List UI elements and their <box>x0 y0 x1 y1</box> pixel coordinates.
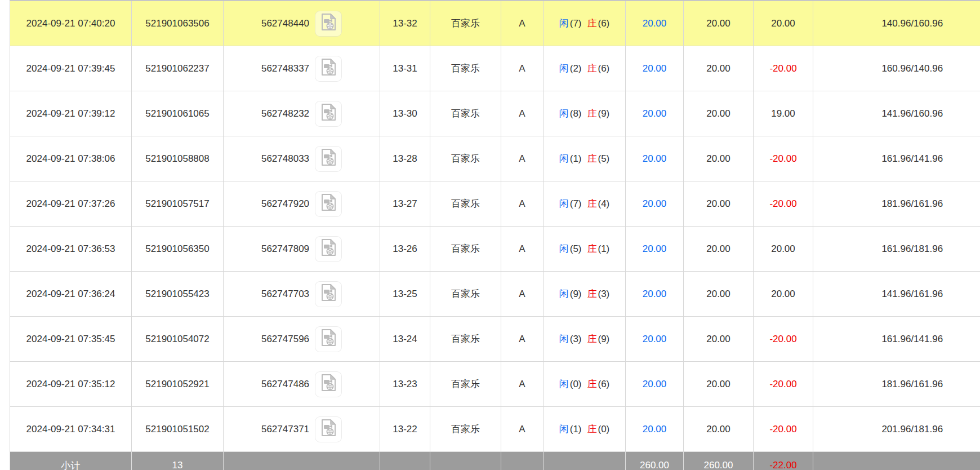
subtotal-win-loss-total: -22.00 <box>754 452 813 470</box>
record-row[interactable]: 2024-09-21 07:36:24 521901055423 5627477… <box>10 272 980 317</box>
video-replay-icon <box>320 238 337 259</box>
record-row[interactable]: 2024-09-21 07:38:06 521901058808 5627480… <box>10 136 980 181</box>
game-type-cell: 百家乐 <box>430 136 501 181</box>
time-cell: 2024-09-21 07:39:12 <box>10 91 132 136</box>
video-replay-button[interactable] <box>315 281 342 307</box>
player-label: 闲 <box>559 424 569 434</box>
win-loss-cell: 20.00 <box>754 227 813 272</box>
record-row[interactable]: 2024-09-21 07:35:12 521901052921 5627474… <box>10 362 980 407</box>
player-points: (1) <box>570 424 582 434</box>
subtotal-empty-cell <box>224 452 380 470</box>
balance-cell: 181.96/161.96 <box>813 181 980 227</box>
balance-cell: 160.96/140.96 <box>813 46 980 91</box>
result-cell: 闲(8)庄(9) <box>544 91 626 136</box>
player-points: (8) <box>570 108 582 119</box>
player-label: 闲 <box>559 289 569 299</box>
subtotal-empty-cell <box>813 452 980 470</box>
game-number-cell: 562747703 <box>224 272 380 317</box>
valid-amount-cell: 20.00 <box>684 1 754 46</box>
subtotal-row: 小计 13 260.00 260.00 -22.00 <box>10 452 980 470</box>
win-loss-cell: 20.00 <box>754 1 813 46</box>
record-row[interactable]: 2024-09-21 07:34:31 521901051502 5627473… <box>10 407 980 452</box>
win-loss-cell: -20.00 <box>754 407 813 452</box>
video-replay-button[interactable] <box>315 191 342 217</box>
video-replay-button[interactable] <box>315 11 342 37</box>
bet-amount-cell: 20.00 <box>626 272 684 317</box>
subtotal-count: 13 <box>132 452 224 470</box>
game-type-cell: 百家乐 <box>430 1 501 46</box>
video-replay-icon <box>320 419 337 440</box>
result-cell: 闲(9)庄(3) <box>544 272 626 317</box>
video-replay-button[interactable] <box>315 416 342 442</box>
win-loss-cell: -20.00 <box>754 362 813 407</box>
records-table-body: 2024-09-21 07:40:20 521901063506 5627484… <box>10 1 980 452</box>
order-id-cell: 521901056350 <box>132 227 224 272</box>
record-row[interactable]: 2024-09-21 07:39:12 521901061065 5627482… <box>10 91 980 136</box>
round-cell: 13-26 <box>380 227 430 272</box>
banker-label: 庄 <box>587 18 597 29</box>
time-cell: 2024-09-21 07:39:45 <box>10 46 132 91</box>
banker-label: 庄 <box>587 108 597 119</box>
round-cell: 13-23 <box>380 362 430 407</box>
game-type-cell: 百家乐 <box>430 407 501 452</box>
time-cell: 2024-09-21 07:37:26 <box>10 181 132 227</box>
valid-amount-cell: 20.00 <box>684 362 754 407</box>
balance-cell: 141.96/161.96 <box>813 272 980 317</box>
result-cell: 闲(3)庄(9) <box>544 317 626 362</box>
result-cell: 闲(5)庄(1) <box>544 227 626 272</box>
player-label: 闲 <box>559 18 569 29</box>
player-points: (2) <box>570 63 582 74</box>
banker-points: (9) <box>598 334 610 344</box>
game-number-cell: 562747920 <box>224 181 380 227</box>
record-row[interactable]: 2024-09-21 07:39:45 521901062237 5627483… <box>10 46 980 91</box>
valid-amount-cell: 20.00 <box>684 91 754 136</box>
table-cell: A <box>501 272 544 317</box>
table-cell: A <box>501 362 544 407</box>
time-cell: 2024-09-21 07:36:53 <box>10 227 132 272</box>
banker-label: 庄 <box>587 289 597 299</box>
banker-label: 庄 <box>587 334 597 344</box>
game-number: 562747920 <box>261 198 309 210</box>
video-replay-icon <box>320 103 337 124</box>
record-row[interactable]: 2024-09-21 07:36:53 521901056350 5627478… <box>10 227 980 272</box>
subtotal-bet-total: 260.00 <box>626 452 684 470</box>
video-replay-button[interactable] <box>315 326 342 352</box>
bet-amount-cell: 20.00 <box>626 91 684 136</box>
game-number: 562747371 <box>261 424 309 435</box>
round-cell: 13-31 <box>380 46 430 91</box>
record-row[interactable]: 2024-09-21 07:37:26 521901057517 5627479… <box>10 181 980 227</box>
game-number: 562748232 <box>261 108 309 119</box>
player-label: 闲 <box>559 63 569 74</box>
player-label: 闲 <box>559 198 569 209</box>
result-cell: 闲(0)庄(6) <box>544 362 626 407</box>
subtotal-empty-cell <box>380 452 430 470</box>
game-number-cell: 562747809 <box>224 227 380 272</box>
banker-points: (9) <box>598 108 610 119</box>
bet-amount-cell: 20.00 <box>626 362 684 407</box>
player-points: (5) <box>570 243 582 254</box>
video-replay-button[interactable] <box>315 56 342 82</box>
valid-amount-cell: 20.00 <box>684 46 754 91</box>
record-row[interactable]: 2024-09-21 07:35:45 521901054072 5627475… <box>10 317 980 362</box>
order-id-cell: 521901062237 <box>132 46 224 91</box>
game-type-cell: 百家乐 <box>430 362 501 407</box>
player-points: (0) <box>570 379 582 389</box>
player-points: (7) <box>570 18 582 29</box>
banker-label: 庄 <box>587 63 597 74</box>
result-cell: 闲(1)庄(0) <box>544 407 626 452</box>
banker-points: (0) <box>598 424 610 434</box>
balance-cell: 161.96/181.96 <box>813 227 980 272</box>
game-number-cell: 562748232 <box>224 91 380 136</box>
video-replay-icon <box>320 13 337 34</box>
result-cell: 闲(7)庄(4) <box>544 181 626 227</box>
record-row[interactable]: 2024-09-21 07:40:20 521901063506 5627484… <box>10 1 980 46</box>
bet-amount-cell: 20.00 <box>626 317 684 362</box>
video-replay-button[interactable] <box>315 371 342 397</box>
video-replay-icon <box>320 58 337 79</box>
video-replay-button[interactable] <box>315 101 342 127</box>
video-replay-button[interactable] <box>315 146 342 172</box>
video-replay-button[interactable] <box>315 236 342 262</box>
player-points: (9) <box>570 289 582 299</box>
banker-points: (6) <box>598 18 610 29</box>
time-cell: 2024-09-21 07:36:24 <box>10 272 132 317</box>
